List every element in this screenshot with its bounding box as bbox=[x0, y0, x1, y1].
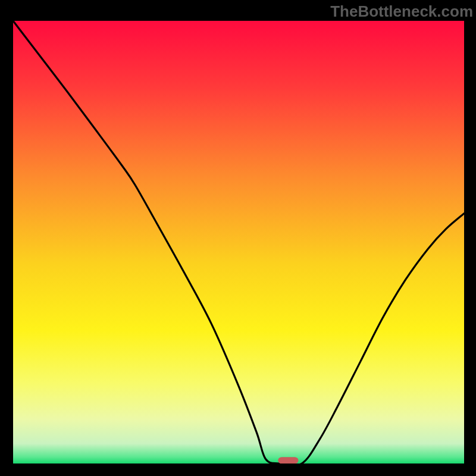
watermark-text: TheBottleneck.com bbox=[330, 2, 473, 21]
bottleneck-plot bbox=[13, 21, 464, 464]
chart-frame: TheBottleneck.com bbox=[0, 0, 476, 476]
gradient-background bbox=[13, 21, 464, 464]
optimal-marker bbox=[278, 457, 298, 464]
